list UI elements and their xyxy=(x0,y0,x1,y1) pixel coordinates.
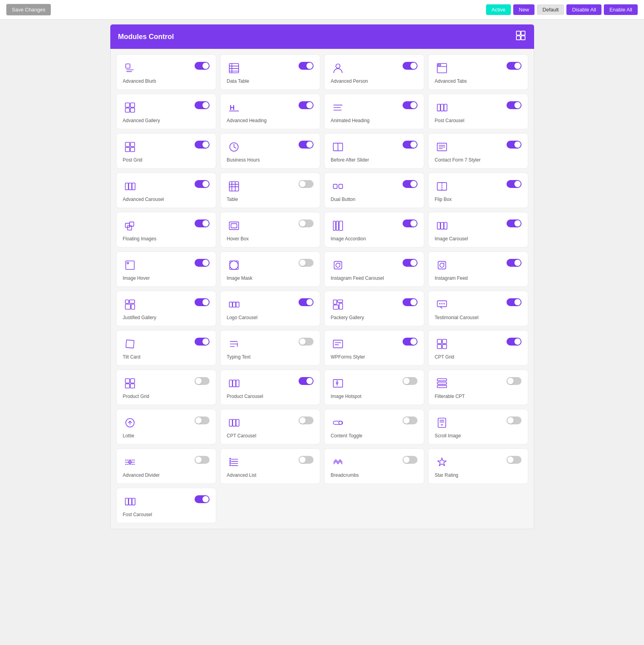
module-toggle[interactable] xyxy=(299,141,314,149)
toggle-switch[interactable] xyxy=(507,219,522,227)
module-toggle[interactable] xyxy=(403,298,418,306)
toggle-switch[interactable] xyxy=(403,456,418,464)
toggle-switch[interactable] xyxy=(507,259,522,267)
toggle-switch[interactable] xyxy=(299,416,314,424)
module-toggle[interactable] xyxy=(403,101,418,109)
module-toggle[interactable] xyxy=(195,416,210,424)
toggle-switch[interactable] xyxy=(195,377,210,385)
module-toggle[interactable] xyxy=(507,338,522,346)
toggle-switch[interactable] xyxy=(299,377,314,385)
toggle-switch[interactable] xyxy=(299,298,314,306)
toggle-switch[interactable] xyxy=(299,259,314,267)
save-changes-button[interactable]: Save Changes xyxy=(6,4,51,15)
module-toggle[interactable] xyxy=(403,416,418,424)
module-toggle[interactable] xyxy=(299,456,314,464)
module-toggle[interactable] xyxy=(403,377,418,385)
module-toggle[interactable] xyxy=(507,62,522,70)
toggle-switch[interactable] xyxy=(299,180,314,188)
module-toggle[interactable] xyxy=(299,377,314,385)
toggle-switch[interactable] xyxy=(403,180,418,188)
module-toggle[interactable] xyxy=(195,495,210,503)
module-toggle[interactable] xyxy=(195,101,210,109)
module-toggle[interactable] xyxy=(299,259,314,267)
module-toggle[interactable] xyxy=(299,298,314,306)
toggle-switch[interactable] xyxy=(403,141,418,149)
module-toggle[interactable] xyxy=(195,377,210,385)
module-toggle[interactable] xyxy=(299,62,314,70)
toggle-switch[interactable] xyxy=(195,141,210,149)
module-toggle[interactable] xyxy=(299,219,314,227)
toggle-switch[interactable] xyxy=(299,62,314,70)
toggle-switch[interactable] xyxy=(195,456,210,464)
toggle-switch[interactable] xyxy=(195,298,210,306)
toggle-switch[interactable] xyxy=(403,338,418,346)
filter-new-button[interactable]: New xyxy=(513,4,535,15)
toggle-switch[interactable] xyxy=(195,259,210,267)
toggle-switch[interactable] xyxy=(403,62,418,70)
toggle-switch[interactable] xyxy=(195,338,210,346)
module-toggle[interactable] xyxy=(299,180,314,188)
module-toggle[interactable] xyxy=(195,219,210,227)
module-toggle[interactable] xyxy=(403,180,418,188)
toggle-switch[interactable] xyxy=(403,101,418,109)
module-toggle[interactable] xyxy=(195,180,210,188)
toggle-switch[interactable] xyxy=(403,219,418,227)
toggle-switch[interactable] xyxy=(507,101,522,109)
module-toggle[interactable] xyxy=(507,456,522,464)
module-toggle[interactable] xyxy=(299,338,314,346)
module-toggle[interactable] xyxy=(195,62,210,70)
module-toggle[interactable] xyxy=(299,101,314,109)
toggle-switch[interactable] xyxy=(299,101,314,109)
toggle-switch[interactable] xyxy=(403,259,418,267)
module-toggle[interactable] xyxy=(507,416,522,424)
toggle-switch[interactable] xyxy=(403,298,418,306)
module-toggle[interactable] xyxy=(507,141,522,149)
filter-enable-all-button[interactable]: Enable All xyxy=(604,4,638,15)
toggle-switch[interactable] xyxy=(403,416,418,424)
toggle-switch[interactable] xyxy=(507,62,522,70)
module-toggle[interactable] xyxy=(403,219,418,227)
module-toggle[interactable] xyxy=(507,259,522,267)
toggle-switch[interactable] xyxy=(195,219,210,227)
toggle-switch[interactable] xyxy=(195,495,210,503)
module-toggle[interactable] xyxy=(507,219,522,227)
toggle-switch[interactable] xyxy=(507,416,522,424)
module-toggle[interactable] xyxy=(195,259,210,267)
toggle-switch[interactable] xyxy=(195,416,210,424)
toggle-switch[interactable] xyxy=(195,101,210,109)
fost-carousel-icon xyxy=(123,495,137,508)
toggle-switch[interactable] xyxy=(507,180,522,188)
toggle-switch[interactable] xyxy=(299,141,314,149)
filter-default-button[interactable]: Default xyxy=(537,4,564,15)
toggle-switch[interactable] xyxy=(507,456,522,464)
module-toggle[interactable] xyxy=(195,456,210,464)
toggle-switch[interactable] xyxy=(299,338,314,346)
svg-rect-59 xyxy=(437,222,440,229)
toggle-switch[interactable] xyxy=(195,62,210,70)
toggle-switch[interactable] xyxy=(299,219,314,227)
toggle-switch[interactable] xyxy=(195,180,210,188)
module-toggle[interactable] xyxy=(195,141,210,149)
module-card: Floating Images xyxy=(116,212,216,247)
module-toggle[interactable] xyxy=(507,101,522,109)
toggle-slider xyxy=(195,377,210,385)
toggle-switch[interactable] xyxy=(507,141,522,149)
module-toggle[interactable] xyxy=(507,298,522,306)
module-toggle[interactable] xyxy=(299,416,314,424)
toggle-switch[interactable] xyxy=(507,338,522,346)
module-toggle[interactable] xyxy=(403,259,418,267)
module-toggle[interactable] xyxy=(403,141,418,149)
toggle-switch[interactable] xyxy=(507,377,522,385)
toggle-switch[interactable] xyxy=(403,377,418,385)
module-toggle[interactable] xyxy=(403,338,418,346)
filter-active-button[interactable]: Active xyxy=(486,4,511,15)
filter-disable-all-button[interactable]: Disable All xyxy=(566,4,601,15)
module-toggle[interactable] xyxy=(403,62,418,70)
toggle-switch[interactable] xyxy=(507,298,522,306)
module-toggle[interactable] xyxy=(195,298,210,306)
module-toggle[interactable] xyxy=(403,456,418,464)
module-toggle[interactable] xyxy=(507,180,522,188)
module-toggle[interactable] xyxy=(195,338,210,346)
toggle-switch[interactable] xyxy=(299,456,314,464)
module-toggle[interactable] xyxy=(507,377,522,385)
